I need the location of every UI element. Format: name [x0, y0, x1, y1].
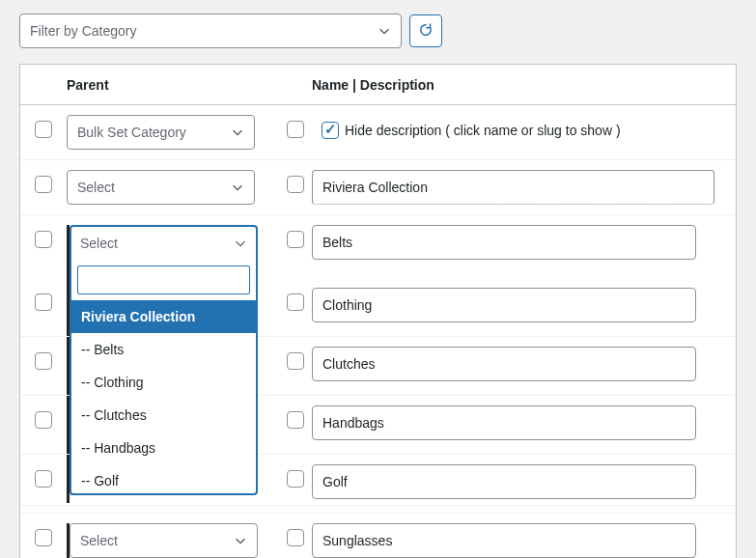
- name-input[interactable]: [312, 225, 696, 260]
- chevron-down-icon: [231, 181, 244, 194]
- bulk-parent-placeholder: Bulk Set Category: [77, 125, 186, 140]
- chevron-down-icon: [234, 237, 247, 250]
- select-all-checkbox[interactable]: [35, 121, 52, 138]
- name-input[interactable]: [312, 523, 696, 558]
- chevron-down-icon: [234, 534, 247, 547]
- parent-select-placeholder: Select: [80, 236, 118, 251]
- chevron-down-icon: [378, 24, 391, 38]
- dropdown-option[interactable]: -- Belts: [71, 333, 256, 366]
- bulk-parent-select[interactable]: Bulk Set Category: [67, 115, 255, 150]
- parent-select-placeholder: Select: [80, 533, 118, 548]
- name-input[interactable]: [312, 288, 696, 322]
- row-checkbox[interactable]: [35, 411, 52, 429]
- name-input[interactable]: [312, 347, 696, 381]
- row-name-checkbox[interactable]: [287, 293, 304, 311]
- filter-category-placeholder: Filter by Category: [30, 23, 136, 39]
- row-name-checkbox[interactable]: [287, 470, 304, 488]
- row-checkbox[interactable]: [35, 176, 52, 193]
- row-checkbox[interactable]: [35, 231, 52, 248]
- row-checkbox[interactable]: [35, 293, 52, 311]
- column-parent: Parent: [67, 77, 312, 93]
- parent-select-current[interactable]: Select: [71, 227, 256, 260]
- row-name-checkbox[interactable]: [287, 411, 304, 429]
- chevron-down-icon: [231, 126, 244, 139]
- row-name-checkbox[interactable]: [287, 176, 304, 193]
- table-header: Parent Name | Description: [20, 65, 736, 105]
- dropdown-option[interactable]: -- Clutches: [71, 399, 256, 432]
- parent-select-open[interactable]: Select Riviera Collection -- Belts -- Cl…: [70, 225, 258, 495]
- parent-select[interactable]: Select: [70, 523, 258, 558]
- hide-description-checkbox[interactable]: [322, 122, 339, 139]
- parent-select-placeholder: Select: [77, 180, 115, 195]
- row-checkbox[interactable]: [35, 470, 52, 488]
- name-input[interactable]: [312, 405, 696, 440]
- row-checkbox[interactable]: [35, 529, 52, 546]
- refresh-button[interactable]: [409, 14, 442, 47]
- dropdown-option[interactable]: Riviera Collection: [71, 300, 256, 333]
- category-table: Parent Name | Description Bulk Set Categ…: [19, 64, 737, 558]
- row-name-checkbox[interactable]: [287, 231, 304, 248]
- parent-select-options: Riviera Collection -- Belts -- Clothing …: [71, 300, 256, 493]
- row-checkbox[interactable]: [35, 352, 52, 370]
- dropdown-option[interactable]: -- Golf: [71, 464, 256, 493]
- row-name-checkbox[interactable]: [287, 352, 304, 370]
- hide-description-label: Hide description ( click name or slug to…: [345, 123, 621, 138]
- parent-select[interactable]: Select: [67, 170, 255, 205]
- row-name-checkbox[interactable]: [287, 529, 304, 546]
- refresh-icon: [417, 21, 434, 42]
- name-input[interactable]: [312, 170, 714, 205]
- name-input[interactable]: [312, 464, 696, 499]
- parent-select-search-input[interactable]: [77, 265, 250, 294]
- bulk-name-checkbox[interactable]: [287, 121, 304, 138]
- dropdown-option[interactable]: -- Handbags: [71, 432, 256, 464]
- filter-category-select[interactable]: Filter by Category: [19, 14, 402, 48]
- dropdown-option[interactable]: -- Clothing: [71, 366, 256, 399]
- column-name: Name | Description: [312, 77, 434, 93]
